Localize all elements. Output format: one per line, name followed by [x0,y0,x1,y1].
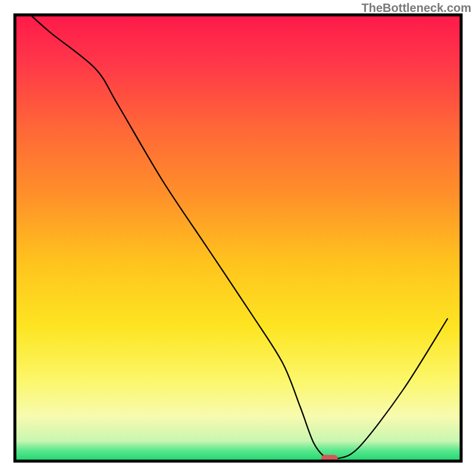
watermark-text: TheBottleneck.com [362,1,471,15]
bottleneck-chart [0,0,476,476]
plot-background [15,15,461,461]
